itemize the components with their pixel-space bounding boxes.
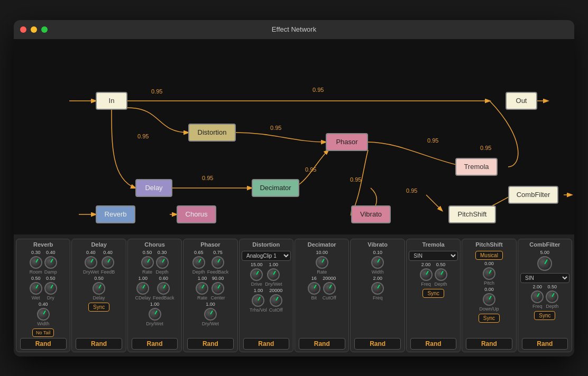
graph-area: 0.95 0.95 0.95 0.95 0.95 0.95 0.95 0.95 … [14,39,574,234]
decimator-rand-button[interactable]: Rand [299,338,345,350]
node-distortion[interactable]: Distortion [188,124,236,142]
vibrato-freq-knob[interactable] [371,282,384,295]
phasor-depth-knob[interactable] [192,256,205,269]
combfilter-depth-knob[interactable] [546,290,558,303]
effect-panel-pitchshift: PitchShift Musical 0.00 Pitch 0.00 Down/… [462,239,516,352]
pitchshift-downup-knob[interactable] [483,293,495,306]
node-pitchshift[interactable]: PitchShift [448,205,496,223]
chorus-depth-knob[interactable] [156,256,169,269]
distortion-cutoff-knob[interactable] [270,294,282,307]
vibrato-freq-group: 2.00 Freq [371,276,384,300]
chorus-rand-button[interactable]: Rand [132,338,178,350]
combfilter-mode-select[interactable]: SIN TRI SAW SQR [520,273,569,283]
decimator-cutoff-knob[interactable] [323,282,336,295]
distortion-drywet-knob[interactable] [267,268,280,281]
distortion-thrs-group: 1.00 Trhs/Vol [250,288,267,313]
tremola-mode-select[interactable]: SIN TRI SAW SQR [409,251,458,261]
node-tremola[interactable]: Tremola [455,158,498,176]
controls-area: Reverb 0.30 Room 0.40 Damp 0.50 Wet [14,234,574,356]
delay-sync-button[interactable]: Sync [88,303,109,312]
chorus-rate-knob[interactable] [141,256,154,269]
maximize-button[interactable] [41,26,48,33]
delay-drywet-knob[interactable] [85,256,97,269]
node-in[interactable]: In [96,92,127,110]
node-reverb[interactable]: Reverb [96,205,135,223]
node-delay[interactable]: Delay [135,179,172,197]
minimize-button[interactable] [31,26,37,33]
phasor-rand-button[interactable]: Rand [187,338,234,350]
node-combfilter[interactable]: CombFilter [508,186,558,204]
reverb-rand-button[interactable]: Rand [20,338,67,350]
edge-label-tre-out: 0.95 [480,145,491,151]
distortion-knob-row2: 1.00 Trhs/Vol 20000 CutOff [250,288,283,313]
pitchshift-sync-button[interactable]: Sync [479,314,500,323]
effect-panel-decimator: Decimator 10.00 Rate 16 Bit 20000 CutOff [295,239,349,352]
distortion-mode-select[interactable]: AnalogClip 1 AnalogClip 2 Digital [242,251,291,261]
close-button[interactable] [20,26,26,33]
chorus-cdelay-knob[interactable] [136,282,149,295]
tremola-rand-button[interactable]: Rand [410,338,457,350]
pitchshift-musical-button[interactable]: Musical [475,251,503,260]
phasor-center-knob[interactable] [212,282,224,295]
reverb-wet-knob[interactable] [30,282,42,295]
node-chorus[interactable]: Chorus [177,205,216,223]
vibrato-title: Vibrato [368,241,388,248]
delay-delay-knob[interactable] [93,282,105,295]
distortion-drywet-group: 1.00 Dry/Wet [265,262,282,287]
reverb-dry-knob[interactable] [44,282,57,295]
decimator-rate-knob[interactable] [316,256,328,269]
combfilter-main-knob[interactable] [537,256,552,271]
reverb-width-group: 0.40 Width [37,302,50,326]
combfilter-freq-knob[interactable] [531,290,544,303]
reverb-room-knob[interactable] [30,256,42,269]
reverb-notail-button[interactable]: No Tail [32,328,54,337]
reverb-damp-knob[interactable] [44,256,57,269]
distortion-title: Distortion [252,241,280,248]
phasor-title: Phasor [200,241,220,248]
pitchshift-title: PitchShift [475,241,502,248]
pitchshift-pitch-knob[interactable] [483,267,495,280]
chorus-feedback-knob[interactable] [157,282,170,295]
tremola-freq-knob[interactable] [420,268,433,281]
phasor-drywet-knob[interactable] [204,308,217,321]
reverb-title: Reverb [33,241,53,248]
distortion-rand-button[interactable]: Rand [243,338,290,350]
combfilter-knob-row1: 5.00 [537,250,552,271]
effect-panel-phasor: Phasor 0.65 Depth 0.75 FeedBack 1.00 Rat… [183,239,237,352]
edge-label-pha-tre: 0.95 [427,137,438,144]
delay-feedb-group: 0.40 FeedB [101,250,115,275]
delay-feedb-knob[interactable] [102,256,114,269]
effect-panel-combfilter: CombFilter 5.00 SIN TRI SAW SQR 2.00 Fre… [518,239,572,352]
distortion-thrs-knob[interactable] [252,294,264,307]
effect-panel-vibrato: Vibrato 0.10 Width 2.00 Freq Rand [350,239,405,352]
chorus-drywet-knob[interactable] [149,308,161,321]
combfilter-rand-button[interactable]: Rand [522,338,568,350]
vibrato-rand-button[interactable]: Rand [354,338,401,350]
chorus-feedback-group: 0.60 FeedBack [153,276,174,300]
delay-knob-row2: 0.50 Delay [93,276,105,300]
node-decimator[interactable]: Decimator [252,179,299,197]
node-phasor[interactable]: Phasor [326,133,368,151]
reverb-width-knob[interactable] [37,308,50,321]
node-out[interactable]: Out [506,92,537,110]
phasor-rate-group: 1.00 Rate [196,276,208,300]
vibrato-knob-row2: 2.00 Freq [371,276,384,300]
decimator-bit-knob[interactable] [308,282,320,295]
tremola-title: Tremola [422,241,444,248]
node-vibrato[interactable]: Vibrato [351,205,391,223]
combfilter-sync-button[interactable]: Sync [534,311,555,320]
delay-rand-button[interactable]: Rand [76,338,122,350]
vibrato-width-knob[interactable] [371,256,384,269]
pitchshift-rand-button[interactable]: Rand [466,338,512,350]
edge-label-in-top: 0.95 [151,88,162,95]
phasor-feedback-knob[interactable] [212,256,224,269]
tremola-sync-button[interactable]: Sync [422,289,444,298]
tremola-depth-knob[interactable] [435,268,447,281]
delay-knob-row1: 0.40 DryWet 0.40 FeedB [83,250,115,275]
phasor-rate-knob[interactable] [196,282,208,295]
combfilter-main-group: 5.00 [537,250,552,271]
reverb-wet-group: 0.50 Wet [30,276,42,300]
distortion-drive-knob[interactable] [250,268,263,281]
reverb-dry-group: 0.50 Dry [44,276,57,300]
chorus-rate-group: 0.50 Rate [141,250,154,275]
